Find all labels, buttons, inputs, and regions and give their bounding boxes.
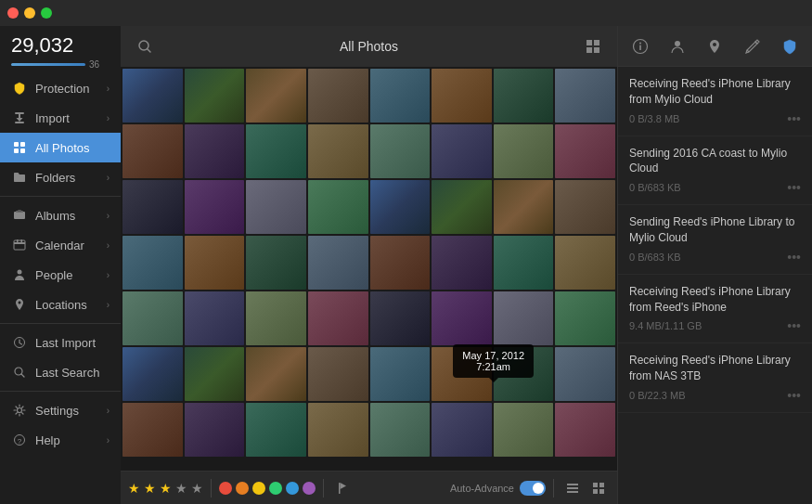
color-dot-green[interactable] xyxy=(269,482,282,495)
photo-cell[interactable] xyxy=(432,124,492,178)
photo-cell[interactable] xyxy=(308,347,368,401)
photo-cell[interactable] xyxy=(555,180,615,234)
photo-cell[interactable] xyxy=(494,69,554,123)
star-1[interactable]: ★ xyxy=(128,481,140,496)
star-4[interactable]: ★ xyxy=(175,481,187,496)
photo-cell[interactable] xyxy=(370,291,431,345)
sidebar-item-people[interactable]: People › xyxy=(0,260,121,290)
flag-icon[interactable] xyxy=(331,477,354,499)
photo-cell[interactable] xyxy=(555,347,615,401)
sync-item-2: Sending Reed's iPhone Library to Mylio C… xyxy=(618,205,812,275)
sidebar-item-locations[interactable]: Locations › xyxy=(0,290,121,319)
star-3[interactable]: ★ xyxy=(160,481,172,496)
sync-item-menu[interactable]: ••• xyxy=(787,318,801,333)
photo-cell[interactable] xyxy=(494,403,554,457)
photo-cell[interactable] xyxy=(122,236,183,290)
sidebar-item-last-import[interactable]: Last Import xyxy=(0,328,121,357)
info-panel-icon[interactable] xyxy=(625,32,655,61)
photo-cell[interactable] xyxy=(494,124,554,178)
photo-cell[interactable] xyxy=(185,124,245,178)
photo-cell[interactable] xyxy=(246,236,306,290)
location-panel-icon[interactable] xyxy=(700,32,729,61)
photo-cell[interactable] xyxy=(432,236,492,290)
list-view-icon[interactable] xyxy=(561,477,584,499)
color-dot-yellow[interactable] xyxy=(252,482,265,495)
photo-cell[interactable] xyxy=(432,69,492,123)
photo-cell[interactable] xyxy=(246,124,306,178)
photo-cell[interactable] xyxy=(308,291,368,345)
color-dot-red[interactable] xyxy=(219,482,232,495)
sync-item-menu[interactable]: ••• xyxy=(787,180,801,195)
color-dot-purple[interactable] xyxy=(303,482,316,495)
photo-cell[interactable] xyxy=(185,403,245,457)
minimize-button[interactable] xyxy=(24,7,35,19)
photo-cell[interactable] xyxy=(370,124,431,178)
photo-cell[interactable] xyxy=(432,403,492,457)
photo-cell[interactable] xyxy=(432,291,492,345)
photo-cell[interactable] xyxy=(246,180,306,234)
photo-cell[interactable] xyxy=(494,180,554,234)
photo-cell[interactable] xyxy=(555,124,615,178)
search-icon[interactable] xyxy=(132,33,158,59)
star-5[interactable]: ★ xyxy=(191,481,203,496)
close-button[interactable] xyxy=(7,7,19,19)
color-dot-orange[interactable] xyxy=(236,482,249,495)
person-panel-icon[interactable] xyxy=(663,32,692,61)
photo-cell[interactable] xyxy=(494,347,554,401)
photo-cell[interactable] xyxy=(555,403,615,457)
photo-cell[interactable] xyxy=(555,69,615,123)
photo-grid-container[interactable]: May 17, 2012 7:21am xyxy=(121,67,617,471)
sidebar-item-last-search[interactable]: Last Search xyxy=(0,357,121,387)
photo-cell[interactable] xyxy=(122,347,183,401)
photo-cell[interactable] xyxy=(308,124,368,178)
sync-item-menu[interactable]: ••• xyxy=(787,250,801,265)
sidebar-item-help[interactable]: ? Help › xyxy=(0,425,121,455)
photo-cell[interactable] xyxy=(246,403,306,457)
photo-cell[interactable] xyxy=(185,180,245,234)
edit-panel-icon[interactable] xyxy=(738,32,767,61)
photo-cell[interactable] xyxy=(185,236,245,290)
star-2[interactable]: ★ xyxy=(144,481,156,496)
photo-cell[interactable] xyxy=(308,180,368,234)
grid-view-icon[interactable] xyxy=(580,33,606,59)
photo-cell[interactable] xyxy=(308,236,368,290)
photo-cell[interactable] xyxy=(122,124,183,178)
photo-cell[interactable] xyxy=(308,69,368,123)
photo-cell[interactable] xyxy=(494,291,554,345)
photo-cell[interactable] xyxy=(246,347,306,401)
photo-cell[interactable] xyxy=(246,69,306,123)
photo-cell[interactable] xyxy=(185,69,245,123)
photo-cell[interactable] xyxy=(185,347,245,401)
sidebar-item-folders[interactable]: Folders › xyxy=(0,162,121,192)
photo-cell[interactable] xyxy=(122,291,183,345)
photo-cell[interactable] xyxy=(122,69,183,123)
sidebar-item-import[interactable]: Import › xyxy=(0,103,121,133)
sidebar-item-albums[interactable]: Albums › xyxy=(0,200,121,230)
photo-cell[interactable] xyxy=(555,236,615,290)
sync-item-menu[interactable]: ••• xyxy=(787,111,801,126)
photo-cell[interactable] xyxy=(555,291,615,345)
sidebar-item-calendar[interactable]: Calendar › xyxy=(0,230,121,260)
photo-cell[interactable] xyxy=(370,236,431,290)
sidebar-item-settings[interactable]: Settings › xyxy=(0,395,121,425)
photo-cell[interactable] xyxy=(370,69,431,123)
photo-cell[interactable] xyxy=(432,347,492,401)
photo-cell[interactable] xyxy=(122,180,183,234)
photo-cell[interactable] xyxy=(370,347,431,401)
photo-cell[interactable] xyxy=(308,403,368,457)
maximize-button[interactable] xyxy=(41,7,52,19)
color-dot-blue[interactable] xyxy=(286,482,299,495)
shield-panel-icon[interactable] xyxy=(775,32,805,61)
auto-advance-toggle[interactable] xyxy=(520,481,546,496)
sidebar-item-all-photos[interactable]: All Photos xyxy=(0,133,121,162)
sync-item-menu[interactable]: ••• xyxy=(787,388,801,403)
thumbnail-view-icon[interactable] xyxy=(587,477,610,499)
photo-cell[interactable] xyxy=(185,291,245,345)
photo-cell[interactable] xyxy=(432,180,492,234)
photo-cell[interactable] xyxy=(494,236,554,290)
photo-cell[interactable] xyxy=(370,180,431,234)
sidebar-item-protection[interactable]: Protection › xyxy=(0,73,121,103)
photo-cell[interactable] xyxy=(122,403,183,457)
photo-cell[interactable] xyxy=(246,291,306,345)
photo-cell[interactable] xyxy=(370,403,431,457)
